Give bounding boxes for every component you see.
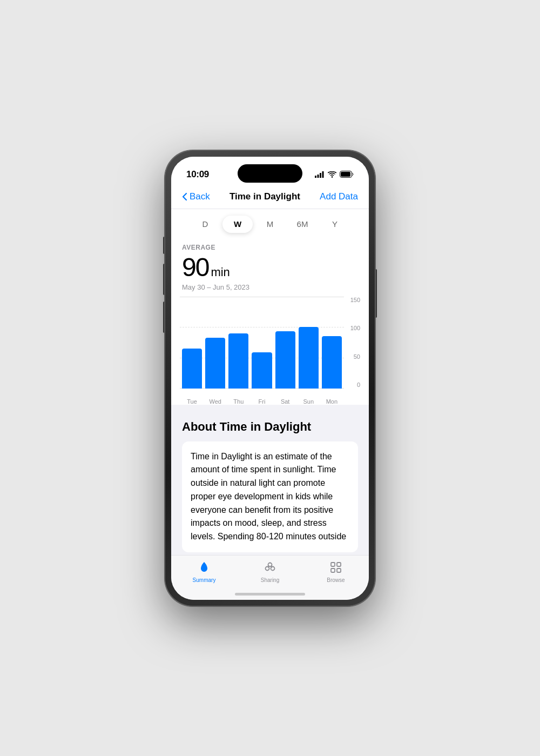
sharing-icon — [262, 560, 278, 575]
svg-rect-14 — [337, 568, 341, 572]
chart-container: 150 100 50 0 Tue Wed Thu Fri Sat Sun Mon — [171, 291, 369, 405]
battery-icon — [340, 171, 354, 178]
main-content: D W M 6M Y AVERAGE 90 min May 30 – Jun 5… — [171, 209, 369, 552]
add-data-button[interactable]: Add Data — [320, 191, 358, 202]
x-label-tue: Tue — [182, 398, 202, 405]
y-label-0: 0 — [357, 382, 360, 388]
chart-bars — [180, 297, 344, 389]
bar-fri — [252, 352, 272, 388]
svg-rect-0 — [315, 176, 316, 178]
dynamic-island — [238, 164, 302, 183]
stats-number: 90 — [182, 252, 208, 282]
svg-rect-2 — [320, 173, 321, 178]
svg-rect-1 — [318, 175, 319, 178]
x-label-mon: Mon — [322, 398, 342, 405]
stats-label: AVERAGE — [182, 244, 358, 251]
chart-x-labels: Tue Wed Thu Fri Sat Sun Mon — [180, 398, 344, 405]
tab-bar-browse-label: Browse — [327, 577, 345, 583]
about-card: Time in Daylight is an estimate of the a… — [182, 441, 358, 552]
y-label-150: 150 — [350, 297, 360, 303]
tab-bar-summary[interactable]: Summary — [183, 560, 226, 583]
phone-device: 10:09 — [165, 150, 375, 606]
tab-6m[interactable]: 6M — [287, 216, 318, 233]
stats-date: May 30 – Jun 5, 2023 — [182, 283, 358, 291]
chart-y-labels: 150 100 50 0 — [350, 297, 360, 389]
tab-d[interactable]: D — [190, 216, 220, 233]
svg-rect-5 — [341, 172, 350, 177]
tab-y[interactable]: Y — [320, 216, 350, 233]
tab-w[interactable]: W — [222, 216, 253, 233]
y-label-50: 50 — [354, 353, 360, 360]
screen: 10:09 — [171, 157, 369, 600]
x-label-thu: Thu — [228, 398, 248, 405]
y-label-100: 100 — [350, 325, 360, 331]
tab-bar-browse[interactable]: Browse — [314, 560, 357, 583]
bar-sun — [299, 327, 319, 389]
about-title: About Time in Daylight — [182, 420, 358, 434]
back-chevron-icon — [182, 192, 187, 201]
back-label: Back — [190, 191, 210, 202]
status-time: 10:09 — [186, 169, 209, 180]
bar-sat — [275, 331, 295, 388]
bar-col-thu — [228, 297, 248, 389]
svg-rect-13 — [331, 568, 335, 572]
bar-col-mon — [322, 297, 342, 389]
filter-tabs: D W M 6M Y — [171, 209, 369, 239]
tab-bar-sharing-label: Sharing — [261, 577, 279, 583]
x-label-sun: Sun — [299, 398, 319, 405]
page-title: Time in Daylight — [230, 191, 300, 202]
signal-icon — [315, 171, 325, 178]
x-label-wed: Wed — [205, 398, 225, 405]
status-icons — [315, 171, 354, 178]
chart-area: 150 100 50 0 Tue Wed Thu Fri Sat Sun Mon — [180, 297, 360, 405]
svg-rect-12 — [337, 563, 341, 566]
svg-rect-11 — [331, 563, 335, 566]
x-label-sat: Sat — [275, 398, 295, 405]
bar-col-wed — [205, 297, 225, 389]
svg-rect-3 — [322, 171, 324, 178]
x-label-fri: Fri — [252, 398, 272, 405]
bar-wed — [205, 338, 225, 389]
tab-m[interactable]: M — [255, 216, 285, 233]
nav-bar: Back Time in Daylight Add Data — [171, 185, 369, 209]
home-indicator — [235, 593, 305, 596]
about-text: Time in Daylight is an estimate of the a… — [191, 450, 349, 544]
tab-bar-summary-label: Summary — [193, 577, 216, 583]
bar-col-sun — [299, 297, 319, 389]
bar-col-fri — [252, 297, 272, 389]
bar-thu — [228, 333, 248, 389]
stats-section: AVERAGE 90 min May 30 – Jun 5, 2023 — [171, 239, 369, 291]
stats-unit: min — [211, 265, 230, 279]
bar-col-tue — [182, 297, 202, 389]
tab-bar-sharing[interactable]: Sharing — [248, 560, 292, 583]
wifi-icon — [328, 171, 336, 178]
bar-col-sat — [275, 297, 295, 389]
bar-tue — [182, 349, 202, 388]
back-button[interactable]: Back — [182, 191, 210, 202]
browse-icon — [328, 560, 343, 575]
bar-mon — [322, 336, 342, 389]
about-section: About Time in Daylight Time in Daylight … — [171, 405, 369, 552]
stats-value: 90 min — [182, 252, 358, 282]
summary-icon — [197, 560, 212, 575]
